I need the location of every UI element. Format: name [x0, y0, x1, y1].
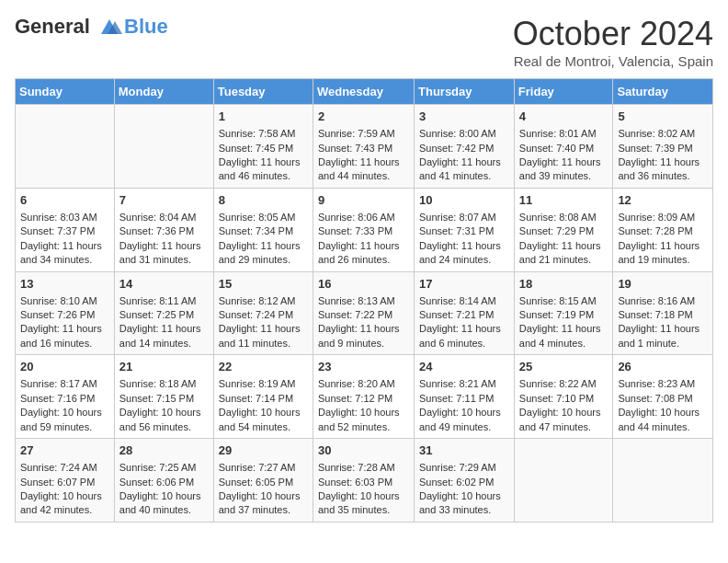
day-number: 16	[318, 276, 409, 293]
sunrise-text: Sunrise: 8:19 AM	[219, 377, 308, 391]
header-cell-wednesday: Wednesday	[313, 79, 414, 105]
day-number: 20	[20, 359, 109, 375]
sunrise-text: Sunrise: 8:00 AM	[419, 127, 509, 141]
sunrise-text: Sunrise: 8:17 AM	[20, 377, 109, 391]
sunset-text: Sunset: 6:02 PM	[419, 476, 509, 489]
daylight-text: Daylight: 11 hours and 21 minutes.	[519, 239, 609, 268]
sunset-text: Sunset: 7:34 PM	[219, 224, 308, 238]
sunrise-text: Sunrise: 8:12 AM	[219, 294, 308, 308]
calendar-cell: 9Sunrise: 8:06 AMSunset: 7:33 PMDaylight…	[313, 188, 414, 271]
header-cell-tuesday: Tuesday	[213, 79, 313, 105]
daylight-text: Daylight: 10 hours and 56 minutes.	[119, 406, 209, 434]
day-number: 28	[119, 442, 209, 459]
day-number: 18	[519, 276, 609, 293]
calendar-table: SundayMondayTuesdayWednesdayThursdayFrid…	[15, 78, 713, 523]
header-cell-friday: Friday	[514, 79, 613, 105]
sunset-text: Sunset: 7:39 PM	[618, 142, 708, 155]
day-number: 12	[618, 192, 708, 209]
calendar-cell: 31Sunrise: 7:29 AMSunset: 6:02 PMDayligh…	[415, 439, 515, 523]
sunrise-text: Sunrise: 7:58 AM	[219, 127, 308, 141]
day-number: 29	[219, 442, 308, 459]
daylight-text: Daylight: 11 hours and 41 minutes.	[419, 155, 509, 184]
calendar-cell: 20Sunrise: 8:17 AMSunset: 7:16 PMDayligh…	[16, 355, 115, 439]
day-number: 11	[519, 192, 609, 209]
sunset-text: Sunset: 7:12 PM	[318, 392, 409, 406]
sunset-text: Sunset: 7:29 PM	[519, 224, 609, 238]
logo: General Blue	[15, 15, 168, 39]
sunset-text: Sunset: 7:21 PM	[419, 308, 509, 322]
calendar-cell: 22Sunrise: 8:19 AMSunset: 7:14 PMDayligh…	[213, 355, 313, 439]
day-number: 15	[219, 276, 308, 293]
daylight-text: Daylight: 11 hours and 34 minutes.	[20, 239, 109, 268]
calendar-cell: 30Sunrise: 7:28 AMSunset: 6:03 PMDayligh…	[313, 439, 414, 523]
sunset-text: Sunset: 7:37 PM	[20, 224, 109, 238]
month-title: October 2024	[513, 15, 713, 53]
sunset-text: Sunset: 6:03 PM	[318, 476, 409, 489]
sunrise-text: Sunrise: 8:10 AM	[20, 294, 109, 308]
sunrise-text: Sunrise: 8:21 AM	[419, 377, 509, 391]
logo-text: General	[15, 16, 122, 38]
daylight-text: Daylight: 10 hours and 54 minutes.	[219, 406, 308, 434]
daylight-text: Daylight: 10 hours and 59 minutes.	[20, 406, 109, 434]
daylight-text: Daylight: 11 hours and 24 minutes.	[419, 239, 509, 268]
daylight-text: Daylight: 11 hours and 44 minutes.	[318, 155, 409, 184]
week-row-4: 20Sunrise: 8:17 AMSunset: 7:16 PMDayligh…	[16, 355, 713, 439]
day-number: 9	[318, 192, 409, 209]
day-number: 19	[618, 276, 708, 293]
day-number: 25	[519, 359, 609, 375]
calendar-cell: 16Sunrise: 8:13 AMSunset: 7:22 PMDayligh…	[313, 271, 414, 355]
calendar-cell	[613, 439, 713, 523]
calendar-cell: 23Sunrise: 8:20 AMSunset: 7:12 PMDayligh…	[313, 355, 414, 439]
daylight-text: Daylight: 11 hours and 39 minutes.	[519, 155, 609, 184]
day-number: 13	[20, 276, 109, 293]
sunset-text: Sunset: 7:42 PM	[419, 142, 509, 155]
location: Real de Montroi, Valencia, Spain	[513, 53, 713, 69]
calendar-cell	[16, 105, 115, 189]
day-number: 7	[119, 192, 209, 209]
calendar-cell	[114, 105, 213, 189]
calendar-cell: 1Sunrise: 7:58 AMSunset: 7:45 PMDaylight…	[213, 105, 313, 189]
sunset-text: Sunset: 7:26 PM	[20, 308, 109, 322]
daylight-text: Daylight: 11 hours and 11 minutes.	[219, 322, 308, 350]
week-row-2: 6Sunrise: 8:03 AMSunset: 7:37 PMDaylight…	[16, 188, 713, 271]
sunset-text: Sunset: 7:45 PM	[219, 142, 308, 155]
daylight-text: Daylight: 10 hours and 44 minutes.	[618, 406, 708, 434]
sunset-text: Sunset: 7:43 PM	[318, 142, 409, 155]
sunrise-text: Sunrise: 8:22 AM	[519, 377, 609, 391]
sunset-text: Sunset: 7:31 PM	[419, 224, 509, 238]
sunset-text: Sunset: 7:18 PM	[618, 308, 708, 322]
sunrise-text: Sunrise: 8:18 AM	[119, 377, 209, 391]
sunset-text: Sunset: 7:15 PM	[119, 392, 209, 406]
day-number: 4	[519, 109, 609, 125]
sunset-text: Sunset: 7:33 PM	[318, 224, 409, 238]
sunset-text: Sunset: 7:40 PM	[519, 142, 609, 155]
calendar-cell: 6Sunrise: 8:03 AMSunset: 7:37 PMDaylight…	[16, 188, 115, 271]
sunrise-text: Sunrise: 8:11 AM	[119, 294, 209, 308]
day-number: 8	[219, 192, 308, 209]
logo-icon	[97, 17, 122, 38]
sunset-text: Sunset: 7:25 PM	[119, 308, 209, 322]
day-number: 21	[119, 359, 209, 375]
sunrise-text: Sunrise: 8:09 AM	[618, 211, 708, 224]
sunrise-text: Sunrise: 8:15 AM	[519, 294, 609, 308]
calendar-cell: 8Sunrise: 8:05 AMSunset: 7:34 PMDaylight…	[213, 188, 313, 271]
logo-blue: Blue	[124, 15, 168, 39]
daylight-text: Daylight: 10 hours and 37 minutes.	[219, 489, 308, 518]
sunset-text: Sunset: 6:06 PM	[119, 476, 209, 489]
daylight-text: Daylight: 10 hours and 35 minutes.	[318, 489, 409, 518]
daylight-text: Daylight: 10 hours and 33 minutes.	[419, 489, 509, 518]
sunset-text: Sunset: 6:07 PM	[20, 476, 109, 489]
header-cell-monday: Monday	[114, 79, 213, 105]
day-number: 27	[20, 442, 109, 459]
calendar-cell: 2Sunrise: 7:59 AMSunset: 7:43 PMDaylight…	[313, 105, 414, 189]
day-number: 10	[419, 192, 509, 209]
title-area: October 2024 Real de Montroi, Valencia, …	[513, 15, 713, 69]
sunset-text: Sunset: 7:11 PM	[419, 392, 509, 406]
calendar-cell: 21Sunrise: 8:18 AMSunset: 7:15 PMDayligh…	[114, 355, 213, 439]
day-number: 30	[318, 442, 409, 459]
sunrise-text: Sunrise: 8:16 AM	[618, 294, 708, 308]
calendar-cell: 4Sunrise: 8:01 AMSunset: 7:40 PMDaylight…	[514, 105, 613, 189]
daylight-text: Daylight: 11 hours and 16 minutes.	[20, 322, 109, 350]
calendar-cell: 13Sunrise: 8:10 AMSunset: 7:26 PMDayligh…	[16, 271, 115, 355]
calendar-cell: 24Sunrise: 8:21 AMSunset: 7:11 PMDayligh…	[415, 355, 515, 439]
